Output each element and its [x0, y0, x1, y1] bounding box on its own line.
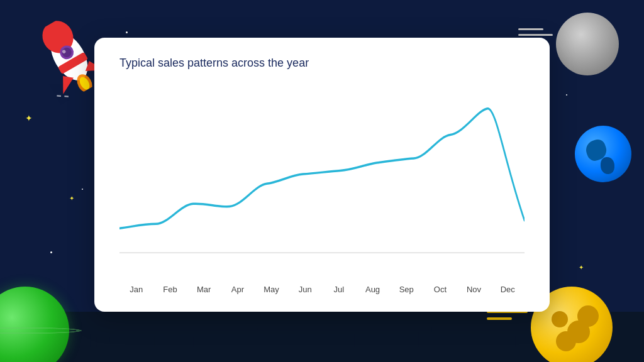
x-label-aug: Aug: [356, 285, 390, 294]
x-label-sep: Sep: [389, 285, 423, 294]
green-planet: [0, 287, 69, 362]
x-label-feb: Feb: [153, 285, 187, 294]
x-label-dec: Dec: [491, 285, 525, 294]
x-label-may: May: [255, 285, 289, 294]
speed-line: [518, 34, 553, 36]
chart-card: Typical sales patterns across the year J…: [94, 38, 550, 312]
x-label-jan: Jan: [119, 285, 153, 294]
star-cross-icon: ✦: [25, 113, 33, 123]
star-cross-icon: ✦: [579, 264, 584, 271]
chart-svg: [119, 82, 525, 275]
chart-title: Typical sales patterns across the year: [119, 57, 525, 70]
x-label-jun: Jun: [288, 285, 322, 294]
chart-area: Jan Feb Mar Apr May Jun Jul Aug Sep Oct …: [119, 82, 525, 275]
x-label-jul: Jul: [322, 285, 356, 294]
x-label-mar: Mar: [187, 285, 221, 294]
x-label-apr: Apr: [221, 285, 255, 294]
blue-planet: [575, 126, 631, 182]
gray-moon: [556, 13, 619, 75]
star-cross-icon: ✦: [69, 195, 74, 202]
speed-line: [518, 28, 543, 30]
x-axis-labels: Jan Feb Mar Apr May Jun Jul Aug Sep Oct …: [119, 280, 525, 294]
x-label-nov: Nov: [457, 285, 491, 294]
x-label-oct: Oct: [423, 285, 457, 294]
speed-line-yellow: [487, 317, 512, 320]
blue-planet-surface: [575, 126, 631, 182]
